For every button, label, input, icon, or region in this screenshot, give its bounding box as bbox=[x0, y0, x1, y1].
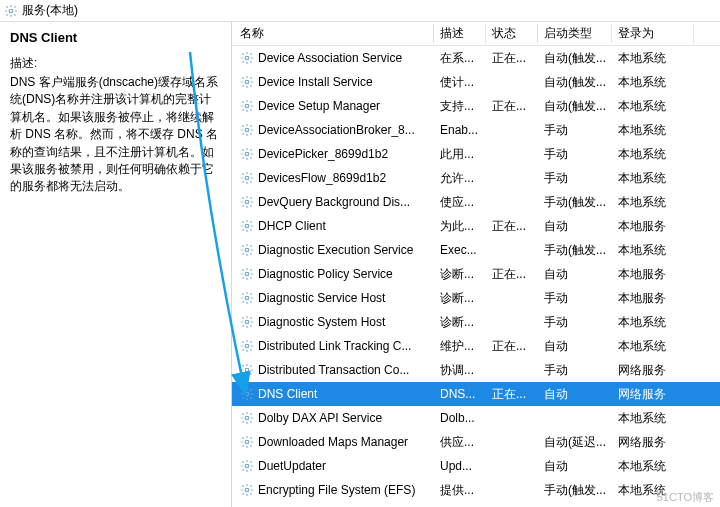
service-gear-icon bbox=[240, 483, 254, 497]
titlebar: 服务(本地) bbox=[0, 0, 720, 22]
cell-name-text: Dolby DAX API Service bbox=[258, 411, 382, 425]
svg-point-2 bbox=[245, 80, 249, 84]
svg-point-15 bbox=[245, 392, 249, 396]
service-gear-icon bbox=[240, 51, 254, 65]
table-row[interactable]: DevicePicker_8699d1b2此用...手动本地系统 bbox=[232, 142, 720, 166]
service-gear-icon bbox=[240, 243, 254, 257]
table-row[interactable]: Diagnostic Policy Service诊断...正在...自动本地服… bbox=[232, 262, 720, 286]
column-logon[interactable]: 登录为 bbox=[612, 22, 694, 46]
cell-start: 手动 bbox=[538, 290, 612, 307]
svg-point-5 bbox=[245, 152, 249, 156]
cell-logon: 本地系统 bbox=[612, 482, 694, 499]
cell-desc: 使应... bbox=[434, 194, 486, 211]
services-list[interactable]: 名称 描述 状态 启动类型 登录为 Device Association Ser… bbox=[232, 22, 720, 507]
cell-desc: 供应... bbox=[434, 434, 486, 451]
table-row[interactable]: DevicesFlow_8699d1b2允许...手动本地系统 bbox=[232, 166, 720, 190]
cell-start: 自动 bbox=[538, 458, 612, 475]
cell-logon: 本地系统 bbox=[612, 50, 694, 67]
description-text: DNS 客户端服务(dnscache)缓存域名系统(DNS)名称并注册该计算机的… bbox=[10, 74, 221, 196]
cell-name-text: Distributed Transaction Co... bbox=[258, 363, 409, 377]
cell-status: 正在... bbox=[486, 218, 538, 235]
cell-desc: Dolb... bbox=[434, 411, 486, 425]
cell-status: 正在... bbox=[486, 50, 538, 67]
table-row[interactable]: Distributed Link Tracking C...维护...正在...… bbox=[232, 334, 720, 358]
cell-name: DevicePicker_8699d1b2 bbox=[234, 147, 434, 161]
cell-logon: 本地系统 bbox=[612, 74, 694, 91]
table-row[interactable]: DevQuery Background Dis...使应...手动(触发...本… bbox=[232, 190, 720, 214]
column-status[interactable]: 状态 bbox=[486, 22, 538, 46]
cell-start: 手动(触发... bbox=[538, 242, 612, 259]
svg-point-7 bbox=[245, 200, 249, 204]
svg-point-0 bbox=[9, 9, 13, 13]
cell-status: 正在... bbox=[486, 266, 538, 283]
cell-name-text: Device Install Service bbox=[258, 75, 373, 89]
column-name[interactable]: 名称 bbox=[234, 22, 434, 46]
table-row[interactable]: Downloaded Maps Manager供应...自动(延迟...网络服务 bbox=[232, 430, 720, 454]
cell-name-text: Device Association Service bbox=[258, 51, 402, 65]
cell-name-text: DevicePicker_8699d1b2 bbox=[258, 147, 388, 161]
table-row[interactable]: Diagnostic System Host诊断...手动本地系统 bbox=[232, 310, 720, 334]
cell-desc: 此用... bbox=[434, 146, 486, 163]
table-row[interactable]: DeviceAssociationBroker_8...Enab...手动本地系… bbox=[232, 118, 720, 142]
column-start[interactable]: 启动类型 bbox=[538, 22, 612, 46]
service-gear-icon bbox=[240, 75, 254, 89]
selected-service-name: DNS Client bbox=[10, 30, 221, 45]
svg-point-4 bbox=[245, 128, 249, 132]
cell-name-text: DNS Client bbox=[258, 387, 317, 401]
table-row[interactable]: Dolby DAX API ServiceDolb...本地系统 bbox=[232, 406, 720, 430]
cell-desc: 允许... bbox=[434, 170, 486, 187]
svg-point-18 bbox=[245, 464, 249, 468]
cell-start: 手动 bbox=[538, 146, 612, 163]
cell-name-text: Downloaded Maps Manager bbox=[258, 435, 408, 449]
cell-name: Diagnostic Service Host bbox=[234, 291, 434, 305]
service-gear-icon bbox=[240, 435, 254, 449]
cell-name: Device Association Service bbox=[234, 51, 434, 65]
table-row[interactable]: DHCP Client为此...正在...自动本地服务 bbox=[232, 214, 720, 238]
svg-point-12 bbox=[245, 320, 249, 324]
svg-point-6 bbox=[245, 176, 249, 180]
table-row[interactable]: DNS ClientDNS...正在...自动网络服务 bbox=[232, 382, 720, 406]
cell-name: Diagnostic System Host bbox=[234, 315, 434, 329]
cell-logon: 本地系统 bbox=[612, 146, 694, 163]
cell-start: 手动 bbox=[538, 314, 612, 331]
table-row[interactable]: Encrypting File System (EFS)提供...手动(触发..… bbox=[232, 478, 720, 502]
cell-name-text: Diagnostic Policy Service bbox=[258, 267, 393, 281]
cell-name: DNS Client bbox=[234, 387, 434, 401]
svg-point-9 bbox=[245, 248, 249, 252]
svg-point-16 bbox=[245, 416, 249, 420]
service-gear-icon bbox=[240, 291, 254, 305]
main-panes: DNS Client 描述: DNS 客户端服务(dnscache)缓存域名系统… bbox=[0, 22, 720, 507]
cell-name-text: Distributed Link Tracking C... bbox=[258, 339, 411, 353]
cell-logon: 本地系统 bbox=[612, 194, 694, 211]
description-label: 描述: bbox=[10, 55, 221, 72]
table-row[interactable]: Diagnostic Service Host诊断...手动本地服务 bbox=[232, 286, 720, 310]
cell-name: Distributed Transaction Co... bbox=[234, 363, 434, 377]
table-row[interactable]: Diagnostic Execution ServiceExec...手动(触发… bbox=[232, 238, 720, 262]
table-row[interactable]: Distributed Transaction Co...协调...手动网络服务 bbox=[232, 358, 720, 382]
table-row[interactable]: Enterprise App Manageme...启用...手动本地系统 bbox=[232, 502, 720, 507]
cell-name-text: Diagnostic Execution Service bbox=[258, 243, 413, 257]
cell-logon: 本地系统 bbox=[612, 410, 694, 427]
cell-logon: 本地系统 bbox=[612, 338, 694, 355]
svg-point-1 bbox=[245, 56, 249, 60]
cell-desc: 诊断... bbox=[434, 266, 486, 283]
cell-name: Dolby DAX API Service bbox=[234, 411, 434, 425]
cell-name: Diagnostic Policy Service bbox=[234, 267, 434, 281]
svg-point-13 bbox=[245, 344, 249, 348]
cell-logon: 网络服务 bbox=[612, 434, 694, 451]
cell-desc: 诊断... bbox=[434, 290, 486, 307]
cell-desc: Upd... bbox=[434, 459, 486, 473]
cell-start: 自动(触发... bbox=[538, 98, 612, 115]
cell-logon: 本地系统 bbox=[612, 314, 694, 331]
table-row[interactable]: DuetUpdaterUpd...自动本地系统 bbox=[232, 454, 720, 478]
cell-start: 手动 bbox=[538, 170, 612, 187]
service-gear-icon bbox=[240, 339, 254, 353]
column-desc[interactable]: 描述 bbox=[434, 22, 486, 46]
table-header[interactable]: 名称 描述 状态 启动类型 登录为 bbox=[232, 22, 720, 46]
table-row[interactable]: Device Setup Manager支持...正在...自动(触发...本地… bbox=[232, 94, 720, 118]
cell-start: 自动(触发... bbox=[538, 50, 612, 67]
table-row[interactable]: Device Install Service使计...自动(触发...本地系统 bbox=[232, 70, 720, 94]
table-row[interactable]: Device Association Service在系...正在...自动(触… bbox=[232, 46, 720, 70]
cell-logon: 本地系统 bbox=[612, 458, 694, 475]
service-gear-icon bbox=[240, 387, 254, 401]
